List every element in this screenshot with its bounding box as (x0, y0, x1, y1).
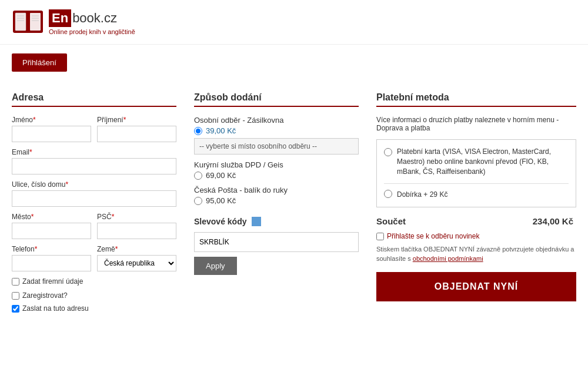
address-section: Adresa Jméno* Příjmení* Email* (12, 92, 176, 313)
send-address-checkbox-row: Zaslat na tuto adresu (12, 304, 176, 313)
phone-label: Telefon* (12, 245, 91, 253)
delivery-radio-1[interactable] (194, 127, 202, 135)
terms-text: Stiskem tlačítka OBJEDNAT NYNÍ závazně p… (376, 245, 576, 263)
country-label: Země* (97, 245, 176, 253)
total-amount: 234,00 Kč (533, 216, 573, 226)
register-checkbox[interactable] (12, 292, 19, 300)
payment-section: Platební metoda Více informaci o druzích… (376, 92, 576, 313)
newsletter-checkbox[interactable] (376, 233, 384, 240)
city-label: Město* (12, 213, 91, 221)
email-row: Email* (12, 148, 176, 174)
first-name-input[interactable] (12, 126, 91, 142)
city-zip-row: Město* PSČ* (12, 213, 176, 239)
logo-name: En book .cz (49, 9, 135, 27)
total-label: Součet (376, 216, 406, 226)
delivery-option-1-price: 39,00 Kč (206, 126, 236, 135)
first-name-group: Jméno* (12, 116, 91, 142)
delivery-option-2-price-row: 69,00 Kč (194, 171, 359, 180)
delivery-title: Způsob dodání (194, 92, 359, 107)
zip-group: PSČ* (97, 213, 176, 239)
email-input[interactable] (12, 158, 176, 174)
login-section: Přihlášení (12, 53, 576, 72)
payment-radio-2[interactable] (384, 190, 392, 198)
street-row: Ulice, číslo domu* (12, 180, 176, 207)
street-label: Ulice, číslo domu* (12, 180, 176, 189)
email-label: Email* (12, 148, 176, 156)
payment-option-1: Platební karta (VISA, VISA Electron, Mas… (384, 147, 569, 176)
phone-input[interactable] (12, 255, 91, 271)
coupon-title-row: Slevové kódy (194, 217, 359, 226)
delivery-option-3: Česká Pošta - balík do ruky 95,00 Kč (194, 186, 359, 205)
logo-book-icon (12, 6, 44, 38)
delivery-option-1: Osobní odběr - Zásilkovna 39,00 Kč -- vy… (194, 116, 359, 155)
company-checkbox[interactable] (12, 278, 19, 286)
delivery-option-1-label: Osobní odběr - Zásilkovna (194, 116, 359, 125)
logo-subtitle: Online prodej knih v angličtině (49, 28, 135, 35)
payment-radio-1[interactable] (384, 148, 392, 156)
name-row: Jméno* Příjmení* (12, 116, 176, 142)
send-address-checkbox[interactable] (12, 305, 19, 313)
delivery-option-3-price-row: 95,00 Kč (194, 196, 359, 205)
delivery-option-2: Kurýrní služba DPD / Geis 69,00 Kč (194, 160, 359, 180)
city-group: Město* (12, 213, 91, 239)
payment-title: Platební metoda (376, 92, 576, 107)
phone-group: Telefon* (12, 245, 91, 271)
street-input[interactable] (12, 190, 176, 207)
logo-book-label: book (72, 11, 101, 26)
country-select[interactable]: Česká republika (97, 255, 176, 271)
street-group: Ulice, číslo domu* (12, 180, 176, 207)
newsletter-label: Přihlašte se k odběru novinek (387, 232, 479, 240)
company-checkbox-row: Zadat firemní údaje (12, 277, 176, 286)
payment-option-1-text: Platební karta (VISA, VISA Electron, Mas… (397, 147, 569, 176)
country-group: Země* Česká republika (97, 245, 176, 271)
delivery-option-3-price: 95,00 Kč (206, 196, 236, 205)
coupon-icon (252, 217, 261, 226)
header: En book .cz Online prodej knih v angličt… (0, 0, 588, 45)
delivery-section: Způsob dodání Osobní odběr - Zásilkovna … (194, 92, 359, 313)
send-address-checkbox-label: Zaslat na tuto adresu (22, 304, 89, 313)
login-button[interactable]: Přihlášení (12, 53, 67, 72)
address-title: Adresa (12, 92, 176, 107)
terms-link[interactable]: obchodními podmínkami (413, 255, 483, 262)
delivery-option-2-price: 69,00 Kč (206, 171, 236, 180)
delivery-radio-2[interactable] (194, 172, 202, 180)
email-group: Email* (12, 148, 176, 174)
order-button[interactable]: OBJEDNAT NYNÍ (376, 272, 576, 301)
logo-en-label: En (49, 9, 71, 27)
zip-input[interactable] (97, 223, 176, 239)
zip-label: PSČ* (97, 213, 176, 221)
register-checkbox-label: Zaregistrovat? (22, 291, 68, 300)
company-checkbox-label: Zadat firemní údaje (22, 277, 83, 286)
payment-options-box: Platební karta (VISA, VISA Electron, Mas… (376, 139, 576, 207)
logo-text: En book .cz Online prodej knih v angličt… (49, 9, 135, 35)
delivery-location-dropdown: -- vyberte si místo osobního odběru -- (194, 138, 359, 155)
delivery-option-3-label: Česká Pošta - balík do ruky (194, 186, 359, 194)
first-name-label: Jméno* (12, 116, 91, 124)
main-content: Adresa Jméno* Příjmení* Email* (0, 80, 588, 324)
delivery-radio-3[interactable] (194, 197, 202, 205)
last-name-group: Příjmení* (97, 116, 176, 142)
last-name-label: Příjmení* (97, 116, 176, 124)
bottom-checkboxes: Zaregistrovat? Zaslat na tuto adresu (12, 291, 176, 313)
payment-info: Více informaci o druzích platby naleznet… (376, 116, 576, 132)
coupon-input[interactable] (194, 232, 359, 252)
phone-country-row: Telefon* Země* Česká republika (12, 245, 176, 271)
payment-option-2-text: Dobírka + 29 Kč (397, 190, 447, 200)
logo: En book .cz Online prodej knih v angličt… (12, 6, 135, 38)
payment-divider (384, 183, 569, 184)
last-name-input[interactable] (97, 126, 176, 142)
newsletter-row: Přihlašte se k odběru novinek (376, 232, 576, 240)
apply-button[interactable]: Apply (194, 257, 237, 275)
city-input[interactable] (12, 223, 91, 239)
coupon-title-label: Slevové kódy (194, 217, 247, 226)
delivery-option-2-label: Kurýrní služba DPD / Geis (194, 160, 359, 169)
payment-option-2: Dobírka + 29 Kč (384, 190, 569, 200)
delivery-option-1-price-row: 39,00 Kč (194, 126, 359, 135)
logo-cz-label: .cz (101, 11, 117, 26)
register-checkbox-row: Zaregistrovat? (12, 291, 176, 300)
coupon-section: Slevové kódy Apply (194, 217, 359, 275)
total-row: Součet 234,00 Kč (376, 216, 576, 226)
